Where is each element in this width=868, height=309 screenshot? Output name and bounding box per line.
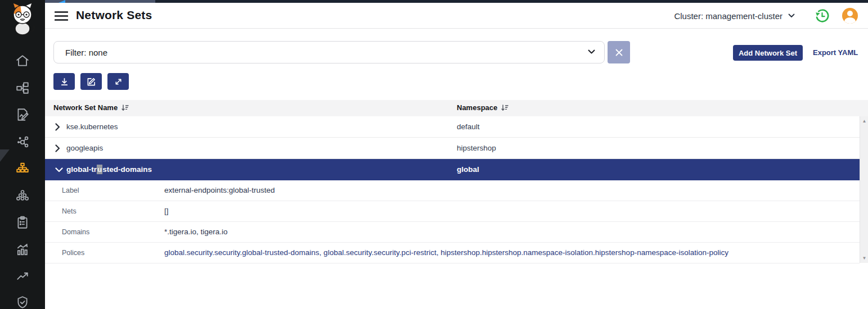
scroll-down-icon[interactable]: ▼ <box>860 256 868 261</box>
user-avatar[interactable] <box>842 8 858 24</box>
sidebar-item-managed-clusters[interactable] <box>15 188 30 203</box>
circles-cluster-icon <box>15 188 30 203</box>
document-edit-icon <box>15 107 30 122</box>
sidebar-item-security[interactable] <box>15 295 30 309</box>
trend-up-icon <box>15 269 30 284</box>
add-network-set-button[interactable]: Add Network Set <box>733 45 803 61</box>
history-button[interactable] <box>814 8 830 24</box>
page-title: Network Sets <box>76 8 152 22</box>
chevron-down-icon <box>588 49 595 54</box>
sidebar-item-compliance-reports[interactable] <box>15 215 30 230</box>
sidebar-wedge-decoration <box>0 149 10 162</box>
expand-icon <box>114 77 123 87</box>
filter-value: Filter: none <box>65 48 107 57</box>
scroll-up-icon[interactable]: ▲ <box>860 119 868 124</box>
hamburger-icon <box>55 11 68 21</box>
network-set-name: global-trusted-domains <box>66 165 152 174</box>
network-set-name: kse.kubernetes <box>66 122 118 131</box>
table-row[interactable]: kse.kubernetes default <box>45 116 860 138</box>
download-button[interactable] <box>53 73 75 90</box>
shield-check-icon <box>15 295 30 309</box>
network-molecule-icon <box>15 134 30 149</box>
chevron-right-icon <box>55 144 60 152</box>
sidebar-item-home[interactable] <box>15 53 30 68</box>
column-header-network-set-name[interactable]: Network Set Name <box>53 103 129 112</box>
edit-button[interactable] <box>80 73 102 90</box>
filter-dropdown[interactable]: Filter: none <box>53 41 605 63</box>
download-icon <box>60 77 69 87</box>
chevron-right-icon <box>55 123 60 131</box>
detail-row-polices: Polices global.security.security.global-… <box>45 243 860 263</box>
namespace-value: default <box>457 122 480 131</box>
table-body: kse.kubernetes default googleapis hipste… <box>45 116 860 263</box>
export-yaml-link[interactable]: Export YAML <box>813 48 858 57</box>
chevron-down-icon <box>788 13 795 18</box>
policy-links[interactable]: global.security.security.global-trusted-… <box>164 248 728 257</box>
column-header-namespace[interactable]: Namespace <box>457 103 509 112</box>
sort-icon <box>121 104 129 111</box>
sidebar-item-network-sets[interactable] <box>15 161 30 176</box>
network-set-name: googleapis <box>66 144 103 152</box>
sidebar-item-trends[interactable] <box>15 269 30 284</box>
text-cursor: u <box>97 165 102 174</box>
sidebar-item-flow-visualizations[interactable] <box>15 134 30 149</box>
sidebar-item-policies[interactable] <box>15 107 30 122</box>
table-row-selected[interactable]: global-trusted-domains global <box>45 159 860 180</box>
close-icon <box>615 49 623 56</box>
cluster-selector-label: Cluster: management-cluster <box>674 11 782 21</box>
cluster-selector[interactable]: Cluster: management-cluster <box>674 11 795 21</box>
sitemap-icon <box>15 161 30 176</box>
graph-nodes-icon <box>15 80 30 95</box>
menu-toggle-button[interactable] <box>55 11 68 21</box>
avatar-person-icon <box>847 11 853 16</box>
browser-top-strip <box>45 0 868 3</box>
table-row[interactable]: googleapis hipstershop <box>45 138 860 159</box>
expand-button[interactable] <box>107 73 129 90</box>
bar-chart-icon <box>15 242 30 257</box>
page-header: Network Sets Cluster: management-cluster <box>45 3 868 29</box>
sidebar <box>0 0 45 309</box>
vertical-scrollbar[interactable]: ▲ ▼ <box>860 116 868 263</box>
sort-icon <box>501 104 509 111</box>
namespace-value: global <box>457 165 479 174</box>
calico-cat-logo <box>7 1 38 36</box>
detail-row-label: Label external-endpoints:global-trusted <box>45 180 860 201</box>
sidebar-item-service-graph[interactable] <box>15 80 30 95</box>
edit-icon <box>87 77 96 87</box>
table-header: Network Set Name Namespace <box>45 100 868 116</box>
app-window: Network Sets Cluster: management-cluster… <box>0 0 868 309</box>
clipboard-icon <box>15 215 30 230</box>
detail-row-domains: Domains *.tigera.io, tigera.io <box>45 222 860 243</box>
main-content: Filter: none Add Network Set Export YAML… <box>45 29 868 309</box>
history-icon <box>814 8 830 24</box>
home-icon <box>15 53 30 68</box>
detail-row-nets: Nets [] <box>45 201 860 222</box>
clear-filter-button[interactable] <box>608 41 630 63</box>
namespace-value: hipstershop <box>457 144 496 152</box>
sidebar-item-activity[interactable] <box>15 242 30 257</box>
chevron-down-icon <box>55 167 63 172</box>
